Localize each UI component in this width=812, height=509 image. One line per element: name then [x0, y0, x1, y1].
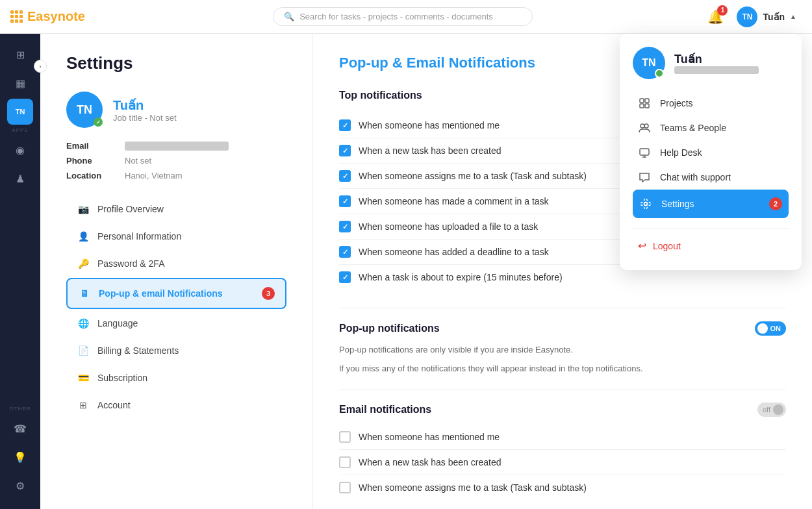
notif-label-4: When someone has uploaded a file to a ta… [359, 221, 538, 232]
profile-card: TN ✓ Tuấn Job title - Not set [66, 92, 286, 128]
email-checkbox-0[interactable] [339, 431, 351, 443]
email-checkbox-1[interactable] [339, 456, 351, 468]
sidebar-item-people[interactable]: ♟ [7, 166, 33, 192]
checkbox-2[interactable]: ✓ [339, 170, 351, 182]
sidebar-item-home[interactable]: ⊞ [7, 42, 33, 68]
popup-toggle-label: ON [770, 325, 781, 332]
email-notif-label-1: When a new task has been created [359, 457, 501, 467]
nav-item-language[interactable]: 🌐 Language [66, 310, 286, 336]
notif-label-0: When someone has mentioned me [359, 120, 500, 130]
email-value [125, 142, 229, 151]
search-placeholder: Search for tasks - projects - comments -… [299, 12, 493, 21]
svg-rect-0 [640, 99, 644, 103]
sidebar-item-user[interactable]: TN [7, 99, 33, 125]
dropdown-label-projects: Projects [660, 98, 693, 108]
phone-field: Phone Not set [66, 156, 286, 166]
email-field: Email [66, 141, 286, 151]
nav-item-password[interactable]: 🔑 Password & 2FA [66, 251, 286, 277]
nav-label-personal-information: Personal Information [97, 231, 181, 242]
email-toggle-label: off [763, 406, 770, 414]
toggle-knob [757, 323, 768, 334]
profile-avatar: TN ✓ [66, 92, 103, 128]
dropdown-label-settings: Settings [661, 199, 694, 209]
projects-icon [638, 97, 651, 109]
popup-notifications-title: Pop-up notifications [339, 323, 440, 334]
sidebar-item-grid[interactable]: ▦ [7, 70, 33, 96]
checkbox-4[interactable]: ✓ [339, 221, 351, 232]
sidebar-item-globe[interactable]: ◉ [7, 137, 33, 163]
search-input[interactable]: 🔍 Search for tasks - projects - comments… [273, 7, 533, 26]
email-toggle[interactable]: off [757, 403, 786, 417]
notifications-button[interactable]: 🔔 1 [707, 9, 724, 25]
popup-desc-line2: If you miss any of the notifications the… [339, 362, 786, 376]
sidebar-collapse-button[interactable]: › [34, 60, 47, 73]
profile-fields: Email Phone Not set Location Hanoi, Viet… [66, 141, 286, 180]
notification-badge: 1 [717, 5, 728, 16]
user-name: Tuấn [763, 12, 785, 22]
dropdown-label-helpdesk: Help Desk [660, 147, 702, 158]
nav-item-account[interactable]: ⊞ Account [66, 392, 286, 418]
nav-label-notifications: Pop-up & email Notifications [99, 288, 223, 299]
dropdown-divider [633, 229, 789, 229]
nav-label-account: Account [97, 400, 131, 410]
nav-item-personal-information[interactable]: 👤 Personal Information [66, 223, 286, 249]
nav-item-notifications[interactable]: 🖥 Pop-up & email Notifications 3 [66, 278, 286, 309]
location-value: Hanoi, Vietnam [125, 171, 183, 180]
teams-icon [638, 122, 651, 134]
nav-label-language: Language [97, 318, 138, 329]
dropdown-item-projects[interactable]: Projects [633, 91, 789, 116]
profile-name: Tuấn [113, 97, 177, 113]
user-menu-button[interactable]: TN Tuấn ▲ [731, 4, 802, 30]
email-notif-item-0[interactable]: When someone has mentioned me [339, 425, 786, 450]
dropdown-menu: Projects Teams & People Help Desk Chat w… [633, 91, 789, 218]
settings-sidebar: Settings TN ✓ Tuấn Job title - Not set E… [40, 34, 313, 509]
svg-rect-6 [640, 149, 649, 155]
location-label: Location [66, 171, 125, 180]
popup-toggle[interactable]: ON [755, 321, 787, 336]
dropdown-item-helpdesk[interactable]: Help Desk [633, 140, 789, 165]
settings-gear-icon [639, 198, 652, 210]
dropdown-item-teams[interactable]: Teams & People [633, 116, 789, 140]
sidebar-other-label: OTHER [10, 406, 31, 412]
logout-label: Logout [653, 241, 681, 251]
email-notif-item-1[interactable]: When a new task has been created [339, 450, 786, 475]
email-notif-label-0: When someone has mentioned me [359, 432, 500, 442]
checkbox-1[interactable]: ✓ [339, 145, 351, 156]
dropdown-user-email [674, 66, 759, 74]
dropdown-user-name: Tuấn [674, 52, 759, 66]
svg-point-8 [644, 203, 648, 206]
checkbox-5[interactable]: ✓ [339, 246, 351, 258]
sidebar-item-idea[interactable]: 💡 [7, 444, 33, 470]
logout-icon: ↩ [638, 240, 646, 252]
helpdesk-icon [638, 147, 651, 158]
svg-point-4 [641, 124, 644, 128]
monitor-icon: 🖥 [78, 288, 91, 299]
notif-label-5: When someone has added a deadline to a t… [359, 247, 549, 257]
email-section-header: Email notifications off [339, 403, 786, 417]
topbar-right: 🔔 1 TN Tuấn ▲ [707, 4, 802, 30]
divider-2 [339, 389, 786, 390]
email-notif-item-2[interactable]: When someone assigns me to a task (Task … [339, 475, 786, 500]
logout-button[interactable]: ↩ Logout [633, 234, 789, 257]
svg-rect-2 [640, 104, 644, 108]
camera-icon: 📷 [77, 204, 90, 214]
dropdown-item-settings[interactable]: Settings 2 [633, 190, 789, 218]
logo-text: Easynote [27, 9, 85, 24]
nav-item-profile-overview[interactable]: 📷 Profile Overview [66, 196, 286, 222]
checkbox-0[interactable]: ✓ [339, 119, 351, 131]
email-checkbox-2[interactable] [339, 482, 351, 493]
profile-job: Job title - Not set [113, 113, 177, 123]
logo[interactable]: Easynote [10, 9, 85, 24]
sidebar-item-support[interactable]: ☎ [7, 416, 33, 441]
dropdown-item-chat[interactable]: Chat with support [633, 165, 789, 190]
avatar-checkmark: ✓ [94, 118, 103, 127]
nav-label-password: Password & 2FA [97, 258, 165, 269]
nav-item-subscription[interactable]: 💳 Subscription [66, 365, 286, 391]
notif-label-3: When someone has made a comment in a tas… [359, 196, 549, 206]
nav-item-billing[interactable]: 📄 Billing & Statements [66, 338, 286, 364]
subscription-icon: 💳 [77, 373, 90, 383]
checkbox-6[interactable]: ✓ [339, 271, 351, 283]
chat-icon [638, 171, 651, 183]
sidebar-item-settings[interactable]: ⚙ [7, 473, 33, 499]
checkbox-3[interactable]: ✓ [339, 195, 351, 207]
